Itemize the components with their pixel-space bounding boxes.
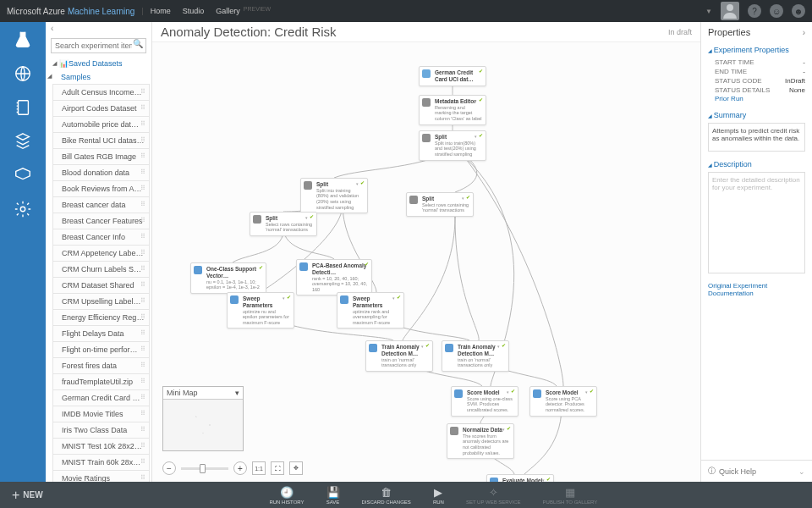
property-row: STATUS DETAILSNone: [708, 86, 805, 95]
zoom-in-button[interactable]: +: [233, 461, 247, 475]
zoom-out-button[interactable]: −: [162, 461, 176, 475]
dataset-icon: [422, 69, 431, 78]
dataset-item[interactable]: Book Reviews from A…: [52, 181, 150, 197]
smiley-icon[interactable]: ☻: [792, 4, 805, 18]
dataset-item[interactable]: Breast Cancer Features: [52, 213, 150, 229]
dataset-item[interactable]: Iris Two Class Data: [52, 422, 150, 439]
section-description[interactable]: Description: [708, 160, 805, 168]
documentation-link[interactable]: Original Experiment Documentation: [701, 279, 812, 301]
module-dataset[interactable]: ✔German Credit Card UCI dat…: [419, 66, 486, 86]
action-save[interactable]: 💾SAVE: [326, 486, 340, 505]
module-split-normal-1[interactable]: ✔▾SplitSelect rows containing 'normal' t…: [250, 212, 317, 236]
module-train-1[interactable]: ✔▾Train Anomaly Detection M…train on 'no…: [365, 340, 433, 372]
dataset-item[interactable]: Breast cancer data: [52, 197, 150, 213]
dataset-item[interactable]: Bike Rental UCI datas…: [52, 133, 150, 149]
module-split-main[interactable]: ✔▾SplitSplit into train(80%) and test(20…: [419, 130, 486, 161]
property-row: STATUS CODEInDraft: [708, 76, 805, 86]
zoom-actual-button[interactable]: 1:1: [252, 461, 266, 475]
datasets-icon[interactable]: [12, 130, 34, 152]
dataset-item[interactable]: IMDB Movie Titles: [52, 406, 150, 422]
minimap[interactable]: Mini Map▾: [162, 386, 244, 451]
collapse-properties-icon[interactable]: ›: [803, 28, 805, 37]
help-icon[interactable]: ?: [748, 4, 761, 18]
dataset-item[interactable]: Forest fires data: [52, 358, 150, 374]
module-score-2[interactable]: ✔▾Score ModelScore using PCA detector. P…: [529, 386, 597, 417]
palette-tree[interactable]: ◢📊 Saved Datasets ◢Samples Adult Census …: [46, 57, 151, 482]
section-summary[interactable]: Summary: [708, 111, 805, 119]
dataset-item[interactable]: MNIST Train 60k 28x…: [52, 455, 150, 471]
nav-studio[interactable]: Studio: [183, 7, 205, 15]
nav-home[interactable]: Home: [151, 7, 171, 15]
tree-saved-datasets[interactable]: ◢📊 Saved Datasets: [46, 57, 151, 70]
dataset-item[interactable]: Flight Delays Data: [52, 326, 150, 342]
quick-help[interactable]: ⓘQuick Help⌄: [701, 460, 812, 482]
module-palette: ‹ 🔍 ◢📊 Saved Datasets ◢Samples Adult Cen…: [46, 22, 152, 482]
dataset-item[interactable]: Automobile price dat…: [52, 117, 150, 133]
ml-icon: [454, 389, 463, 398]
notebooks-icon[interactable]: [12, 97, 34, 119]
module-metadata-editor[interactable]: ✔▾Metadata EditorRenaming and marking th…: [419, 95, 486, 125]
search-icon[interactable]: 🔍: [133, 39, 143, 48]
dataset-item[interactable]: Adult Census Income…: [52, 84, 150, 101]
avatar[interactable]: [721, 2, 739, 20]
module-sweep-1[interactable]: ✔▾Sweep Parametersoptimize nu and epsilo…: [227, 292, 294, 329]
experiment-title[interactable]: Anomaly Detection: Credit Risk: [161, 25, 337, 39]
svg-rect-1: [19, 101, 29, 115]
bottom-command-bar: +NEW 🕘RUN HISTORY💾SAVE🗑DISCARD CHANGES▶R…: [0, 482, 812, 508]
module-sweep-2[interactable]: ✔▾Sweep Parametersoptimize rank and over…: [337, 292, 404, 329]
dataset-item[interactable]: Movie Ratings: [52, 471, 150, 482]
feedback-icon[interactable]: ☺: [770, 4, 783, 18]
collapse-palette-icon[interactable]: ‹: [46, 22, 151, 35]
top-nav-bar: Microsoft AzureMachine Learning | Home S…: [0, 0, 812, 22]
dataset-item[interactable]: Blood donation data: [52, 165, 150, 181]
web-services-icon[interactable]: [12, 63, 34, 85]
properties-title: Properties: [708, 27, 750, 37]
module-score-1[interactable]: ✔▾Score ModelScore using one-class SVM. …: [451, 386, 518, 417]
module-evaluate[interactable]: ✔▾Evaluate ModelCompare 'one-class SVM' …: [486, 474, 554, 482]
dataset-item[interactable]: Airport Codes Dataset: [52, 101, 150, 117]
trained-models-icon[interactable]: [12, 164, 34, 186]
ml-icon: [299, 262, 308, 271]
dataset-item[interactable]: German Credit Card …: [52, 390, 150, 406]
zoom-slider[interactable]: [181, 467, 228, 470]
account-dropdown-icon[interactable]: ▼: [705, 8, 712, 15]
summary-text[interactable]: Attempts to predict credit risk as anoma…: [708, 123, 805, 152]
dataset-item[interactable]: Energy Efficiency Reg…: [52, 310, 150, 326]
new-button[interactable]: +NEW: [0, 488, 55, 503]
ml-icon: [340, 295, 348, 304]
section-experiment-properties[interactable]: Experiment Properties: [708, 46, 805, 54]
dataset-item[interactable]: CRM Churn Labels Sh…: [52, 262, 150, 278]
minimap-collapse-icon[interactable]: ▾: [235, 389, 239, 397]
svg-point-2: [20, 207, 25, 212]
settings-icon[interactable]: [12, 198, 34, 220]
brand: Microsoft AzureMachine Learning: [7, 7, 134, 16]
module-pca[interactable]: ✔▾PCA-Based Anomaly Detecti…rank = 10, 2…: [296, 259, 372, 295]
experiment-canvas[interactable]: ✔German Credit Card UCI dat… ✔▾Metadata …: [152, 42, 700, 482]
dataset-item[interactable]: CRM Upselling Label…: [52, 294, 150, 310]
dataset-item[interactable]: CRM Appetency Labe…: [52, 246, 150, 262]
action-discard-changes[interactable]: 🗑DISCARD CHANGES: [362, 486, 411, 505]
action-run-history[interactable]: 🕘RUN HISTORY: [269, 486, 304, 505]
dataset-item[interactable]: Flight on-time perfor…: [52, 342, 150, 358]
module-train-2[interactable]: ✔▾Train Anomaly Detection M…train on 'no…: [442, 340, 509, 372]
prior-run-link[interactable]: Prior Run: [708, 95, 805, 102]
module-ocsvm[interactable]: ✔▾One-Class Support Vector…nu = 0.1, 1e-…: [190, 262, 266, 294]
description-input[interactable]: Enter the detailed description for your …: [708, 172, 805, 273]
dataset-item[interactable]: MNIST Test 10k 28x2…: [52, 439, 150, 455]
dataset-item[interactable]: Bill Gates RGB Image: [52, 149, 150, 165]
tree-samples[interactable]: ◢Samples: [46, 70, 151, 84]
dataset-item[interactable]: Breast Cancer Info: [52, 229, 150, 246]
canvas-area: Anomaly Detection: Credit Risk In draft: [152, 22, 700, 482]
action-run[interactable]: ▶RUN: [433, 486, 444, 505]
zoom-fit-button[interactable]: ⛶: [271, 461, 284, 475]
pan-button[interactable]: ✥: [289, 461, 303, 475]
ml-icon: [533, 389, 541, 398]
module-split-train[interactable]: ✔▾SplitSplit into training (80%) and val…: [300, 178, 368, 213]
experiments-icon[interactable]: [12, 29, 34, 51]
preview-badge: PREVIEW: [244, 6, 271, 12]
nav-gallery[interactable]: Gallery: [216, 7, 240, 15]
dataset-item[interactable]: CRM Dataset Shared: [52, 278, 150, 294]
dataset-item[interactable]: fraudTemplateUtil.zip: [52, 374, 150, 390]
module-split-normal-2[interactable]: ✔▾SplitSelect rows containing 'normal' t…: [406, 192, 474, 217]
module-normalize[interactable]: ✔▾Normalize DataThe scores from anomaly …: [447, 423, 514, 459]
